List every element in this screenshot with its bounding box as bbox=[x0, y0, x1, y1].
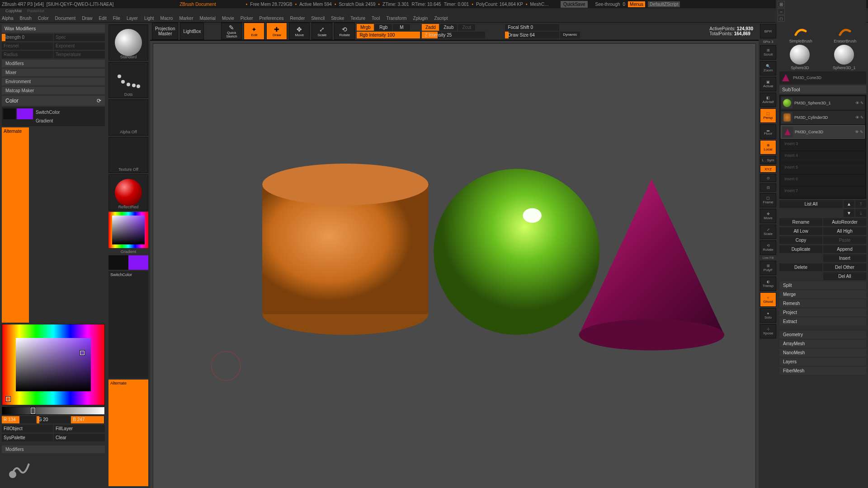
pastemat-tab[interactable]: PasteMat bbox=[24, 8, 47, 14]
modifiers-section-2[interactable]: Modifiers bbox=[2, 446, 105, 453]
down-arrow-button[interactable]: ▼ bbox=[844, 209, 854, 217]
subtool-empty-6[interactable]: Insert 6 bbox=[781, 175, 865, 186]
clear-button[interactable]: Clear bbox=[54, 434, 105, 441]
polyf-button[interactable]: ⊞PolyF bbox=[760, 261, 776, 275]
z-intensity-slider[interactable]: Z Intensity 25 bbox=[422, 32, 485, 38]
subtool-cylinder[interactable]: PM3D_Cylinder3D 👁✎ bbox=[781, 111, 865, 124]
texture-thumb[interactable]: Texture Off bbox=[108, 137, 148, 173]
eraser-brush[interactable]: EraserBrush bbox=[834, 24, 856, 43]
center-button[interactable]: ⊙ bbox=[760, 174, 776, 182]
rotate-button[interactable]: ⟲Rotate bbox=[334, 23, 355, 40]
menus-button[interactable]: Menus bbox=[628, 1, 645, 7]
vis-icon[interactable]: 👁 bbox=[855, 115, 859, 120]
paint-icon[interactable]: ✎ bbox=[860, 115, 864, 120]
paste-button[interactable]: Paste bbox=[823, 236, 866, 244]
focal-shift-slider[interactable]: Focal Shift 0 bbox=[505, 24, 559, 31]
merge-section[interactable]: Merge bbox=[779, 291, 866, 298]
radius-slider[interactable]: Radius bbox=[2, 51, 53, 58]
modifiers-section[interactable]: Modifiers bbox=[2, 60, 105, 67]
geometry-section[interactable]: Geometry bbox=[779, 331, 866, 338]
floor-button[interactable]: ▂Floor bbox=[760, 124, 776, 139]
value-slider[interactable] bbox=[2, 407, 105, 415]
up-all-button[interactable]: ⤒ bbox=[855, 200, 866, 208]
environment-section[interactable]: Environment bbox=[2, 78, 105, 85]
menu-edit[interactable]: Edit bbox=[99, 16, 107, 21]
menu-draw[interactable]: Draw bbox=[82, 16, 92, 21]
rgb-intensity-slider[interactable]: Rgb Intensity 100 bbox=[357, 32, 420, 38]
fit-button[interactable]: ⊡ bbox=[760, 183, 776, 192]
menu-macro[interactable]: Macro bbox=[160, 16, 173, 21]
switch-color-button[interactable]: SwitchColor bbox=[34, 108, 104, 116]
copymat-tab[interactable]: CopyMat bbox=[3, 8, 24, 14]
append-button[interactable]: Append bbox=[823, 245, 866, 253]
subtool-empty-3[interactable]: Insert 3 bbox=[781, 140, 865, 150]
menu-brush[interactable]: Brush bbox=[20, 16, 32, 21]
menu-color[interactable]: Color bbox=[38, 16, 49, 21]
menu-alpha[interactable]: Alpha bbox=[2, 16, 14, 21]
dynamic-button[interactable]: Dynamic bbox=[560, 32, 580, 38]
subtool-empty-5[interactable]: Insert 5 bbox=[781, 163, 865, 174]
split-section[interactable]: Split bbox=[779, 282, 866, 289]
mini-color-picker[interactable] bbox=[108, 212, 148, 248]
insert-button[interactable]: Insert bbox=[823, 254, 866, 262]
zadd-button[interactable]: Zadd bbox=[422, 24, 439, 31]
color-swatch-secondary[interactable] bbox=[3, 108, 16, 119]
menu-file[interactable]: File bbox=[113, 16, 120, 21]
subtool-empty-4[interactable]: Insert 4 bbox=[781, 151, 865, 162]
gradient-button[interactable]: Gradient bbox=[34, 117, 104, 125]
b-value[interactable]: B 247 bbox=[71, 416, 105, 423]
del-other-button[interactable]: Del Other bbox=[823, 263, 866, 271]
arraymesh-section[interactable]: ArrayMesh bbox=[779, 340, 866, 347]
fill-layer-button[interactable]: FillLayer bbox=[54, 425, 105, 432]
rgb-button[interactable]: Rgb bbox=[375, 24, 392, 31]
fibermesh-section[interactable]: FiberMesh bbox=[779, 367, 866, 375]
aahalf-button[interactable]: ◧AAHalf bbox=[760, 93, 776, 107]
menu-light[interactable]: Light bbox=[144, 16, 154, 21]
subtool-empty-7[interactable]: Insert 7 bbox=[781, 187, 865, 197]
copy-button[interactable]: Copy bbox=[779, 236, 822, 244]
minimize-button[interactable]: – bbox=[778, 8, 785, 14]
bpr-button[interactable]: BPR bbox=[760, 24, 776, 38]
g-value[interactable]: G 20 bbox=[37, 416, 71, 423]
matcap-maker-section[interactable]: Matcap Maker bbox=[2, 87, 105, 94]
xpose-button[interactable]: ⊹Xpose bbox=[760, 324, 776, 338]
alpha-thumb[interactable]: Alpha Off bbox=[108, 99, 148, 136]
all-high-button[interactable]: All High bbox=[823, 227, 866, 235]
transp-button[interactable]: ◐Transp bbox=[760, 277, 776, 291]
rotate-nav-button[interactable]: ⟲Rotate bbox=[760, 240, 776, 255]
wax-modifiers-header[interactable]: Wax Modifiers bbox=[2, 24, 105, 33]
strength-slider[interactable]: Strength 0 bbox=[2, 34, 53, 41]
refresh-icon[interactable]: ⟳ bbox=[97, 98, 101, 104]
menu-zplugin[interactable]: Zplugin bbox=[413, 16, 428, 21]
subtool-header[interactable]: SubTool bbox=[779, 85, 866, 94]
menu-document[interactable]: Document bbox=[55, 16, 76, 21]
lock-xyz[interactable]: L . Sym bbox=[760, 156, 776, 164]
remesh-section[interactable]: Remesh bbox=[779, 300, 866, 307]
brush-thumb[interactable]: Standard bbox=[108, 24, 148, 61]
del-all-button[interactable]: Del All bbox=[823, 272, 866, 280]
fresnel-slider[interactable]: Fresnel bbox=[2, 42, 53, 50]
scale-nav-button[interactable]: ⤢Scale bbox=[760, 225, 776, 239]
rename-button[interactable]: Rename bbox=[779, 218, 822, 226]
fill-object-button[interactable]: FillObject bbox=[2, 425, 53, 432]
menu-material[interactable]: Material bbox=[200, 16, 216, 21]
project-section[interactable]: Project bbox=[779, 309, 866, 316]
duplicate-button[interactable]: Duplicate bbox=[779, 245, 822, 253]
temperature-slider[interactable]: Temperature bbox=[54, 51, 105, 58]
mini-alternate[interactable]: Alternate bbox=[108, 380, 148, 487]
sys-palette-button[interactable]: SysPalette bbox=[2, 434, 53, 441]
zcut-button[interactable]: Zcut bbox=[458, 24, 475, 31]
nanomesh-section[interactable]: NanoMesh bbox=[779, 349, 866, 357]
autoreorder-button[interactable]: AutoReorder bbox=[823, 218, 866, 226]
menu-layer[interactable]: Layer bbox=[127, 16, 138, 21]
persp-button[interactable]: ⬚Persp bbox=[760, 108, 776, 123]
paint-icon[interactable]: ✎ bbox=[860, 130, 863, 134]
scroll-button[interactable]: ⊞Scroll bbox=[760, 45, 776, 60]
menu-texture[interactable]: Texture bbox=[350, 16, 365, 21]
paint-icon[interactable]: ✎ bbox=[860, 101, 864, 105]
color-picker[interactable] bbox=[2, 324, 105, 405]
win-btn-4[interactable]: ⊞ bbox=[778, 1, 785, 7]
all-low-button[interactable]: All Low bbox=[779, 227, 822, 235]
scale-button[interactable]: ⤢Scale bbox=[311, 23, 332, 40]
list-all-button[interactable]: List All bbox=[779, 200, 843, 208]
